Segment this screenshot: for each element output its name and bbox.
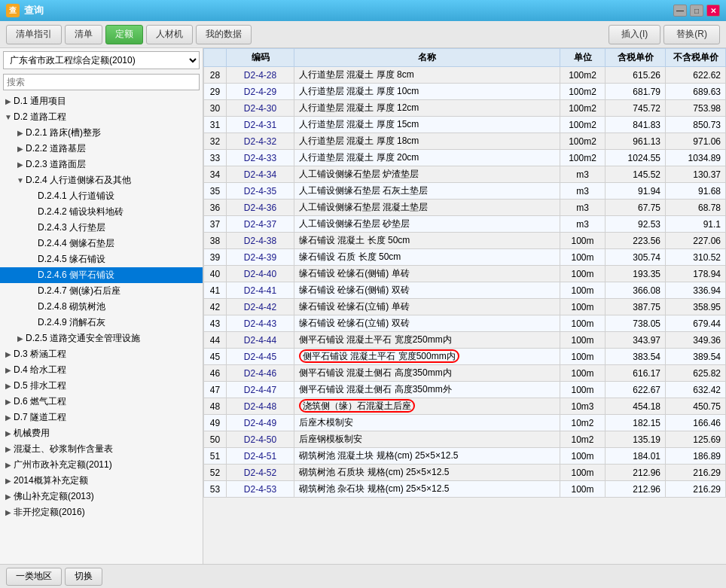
- btn-my-data[interactable]: 我的数据: [196, 25, 252, 44]
- cell-num: 42: [204, 299, 227, 315]
- col-price-notax: 不含税单价: [666, 49, 726, 67]
- tree-item[interactable]: ▶D.7 隧道工程: [0, 410, 203, 425]
- cell-name: 侧平石铺设 混凝土平石 宽度250mm内: [294, 332, 560, 349]
- table-row[interactable]: 47 D2-4-47 侧平石铺设 混凝土侧石 高度350mm外 100m 622…: [204, 382, 726, 398]
- btn-quota[interactable]: 定额: [105, 25, 143, 44]
- tree-item[interactable]: ▶D.2.5 道路交通安全管理设施: [0, 331, 203, 346]
- close-button[interactable]: ✕: [706, 5, 720, 17]
- maximize-button[interactable]: □: [690, 5, 703, 17]
- tree-item-label: 机械费用: [14, 427, 200, 440]
- table-row[interactable]: 42 D2-4-42 缘石铺设 砼缘石(立铺) 单砖 100m 387.75 3…: [204, 299, 726, 315]
- tree-item[interactable]: ▶非开挖定额(2016): [0, 504, 203, 520]
- cell-price-notax: 91.68: [666, 183, 726, 200]
- tree-item[interactable]: ▼D.2.4 人行道侧缘石及其他: [0, 172, 203, 188]
- tree-item[interactable]: D.2.4.5 缘石铺设: [0, 251, 203, 267]
- tree-toggle-icon: ▶: [15, 334, 26, 344]
- table-row[interactable]: 39 D2-4-39 缘石铺设 石质 长度 50cm 100m 305.74 3…: [204, 249, 726, 266]
- tree-item[interactable]: ▶D.1 通用项目: [0, 93, 203, 109]
- cell-code: D2-4-40: [227, 266, 294, 282]
- table-row[interactable]: 46 D2-4-46 侧平石铺设 混凝土侧石 高度350mm内 100m 616…: [204, 365, 726, 382]
- table-row[interactable]: 35 D2-4-35 人工铺设侧缘石垫层 石灰土垫层 m3 91.94 91.6…: [204, 183, 726, 200]
- col-name: 名称: [294, 49, 560, 67]
- table-row[interactable]: 44 D2-4-44 侧平石铺设 混凝土平石 宽度250mm内 100m 343…: [204, 332, 726, 349]
- table-row[interactable]: 53 D2-4-53 砌筑树池 杂石块 规格(cm) 25×5×12.5 100…: [204, 481, 726, 498]
- table-row[interactable]: 50 D2-4-50 后座钢模板制安 10m2 135.19 125.69: [204, 431, 726, 448]
- table-row[interactable]: 40 D2-4-40 缘石铺设 砼缘石(侧铺) 单砖 100m 193.35 1…: [204, 266, 726, 282]
- cell-code: D2-4-39: [227, 249, 294, 266]
- tree-item[interactable]: ▶混凝土、砂浆制作含量表: [0, 441, 203, 457]
- btn-labor-machine[interactable]: 人材机: [146, 25, 193, 44]
- cell-code: D2-4-49: [227, 415, 294, 431]
- tree-item[interactable]: D.2.4.6 侧平石铺设: [0, 267, 203, 283]
- table-row[interactable]: 48 D2-4-48 浇筑侧（缘）石混凝土后座 10m3 454.18 450.…: [204, 398, 726, 415]
- table-row[interactable]: 29 D2-4-29 人行道垫层 混凝土 厚度 10cm 100m2 681.7…: [204, 84, 726, 100]
- cell-unit: 100m2: [560, 133, 606, 150]
- tree-item[interactable]: D.2.4.4 侧缘石垫层: [0, 236, 203, 251]
- tree-item[interactable]: ▶佛山补充定额(2013): [0, 489, 203, 504]
- table-row[interactable]: 49 D2-4-49 后座木模制安 10m2 182.15 166.46: [204, 415, 726, 431]
- tree-item[interactable]: ▶D.5 排水工程: [0, 378, 203, 394]
- btn-region[interactable]: 一类地区: [6, 568, 62, 586]
- quota-dropdown[interactable]: 广东省市政工程综合定额(2010): [3, 51, 200, 69]
- tree-item[interactable]: ▶D.2.1 路床(槽)整形: [0, 125, 203, 141]
- tree-item-label: D.2.4.3 人行垫层: [38, 221, 200, 234]
- btn-clear-guide[interactable]: 清单指引: [6, 25, 62, 44]
- tree-item[interactable]: D.2.4.8 砌筑树池: [0, 299, 203, 315]
- tree-item[interactable]: D.2.4.3 人行垫层: [0, 220, 203, 236]
- table-row[interactable]: 51 D2-4-51 砌筑树池 混凝土块 规格(cm) 25×5×12.5 10…: [204, 448, 726, 465]
- tree-item[interactable]: D.2.4.9 消解石灰: [0, 315, 203, 331]
- tree-item[interactable]: ▶D.2.2 道路基层: [0, 141, 203, 157]
- tree-item[interactable]: D.2.4.7 侧(缘)石后座: [0, 283, 203, 299]
- search-input[interactable]: [3, 74, 200, 90]
- minimize-button[interactable]: —: [673, 5, 687, 17]
- cell-name: 侧平石铺设 混凝土侧石 高度350mm外: [294, 382, 560, 398]
- table-row[interactable]: 30 D2-4-30 人行道垫层 混凝土 厚度 12cm 100m2 745.7…: [204, 100, 726, 117]
- window-title: 查询: [24, 4, 673, 17]
- tree-item[interactable]: ▶机械费用: [0, 425, 203, 441]
- tree-item[interactable]: ▼D.2 道路工程: [0, 109, 203, 125]
- table-row[interactable]: 52 D2-4-52 砌筑树池 石质块 规格(cm) 25×5×12.5 100…: [204, 465, 726, 481]
- tree-item[interactable]: ▶D.6 燃气工程: [0, 394, 203, 410]
- table-row[interactable]: 33 D2-4-33 人行道垫层 混凝土 厚度 20cm 100m2 1024.…: [204, 150, 726, 166]
- col-price-tax: 含税单价: [606, 49, 666, 67]
- cell-num: 37: [204, 216, 227, 233]
- table-row[interactable]: 36 D2-4-36 人工铺设侧缘石垫层 混凝土垫层 m3 67.75 68.7…: [204, 200, 726, 216]
- tree-item[interactable]: ▶D.3 桥涵工程: [0, 346, 203, 362]
- col-num: [204, 49, 227, 67]
- table-row[interactable]: 37 D2-4-37 人工铺设侧缘石垫层 砂垫层 m3 92.53 91.1: [204, 216, 726, 233]
- btn-clear[interactable]: 清单: [65, 25, 102, 44]
- table-row[interactable]: 32 D2-4-32 人行道垫层 混凝土 厚度 18cm 100m2 961.1…: [204, 133, 726, 150]
- cell-unit: 100m2: [560, 150, 606, 166]
- tree-item[interactable]: ▶广州市政补充定额(2011): [0, 457, 203, 473]
- cell-price-tax: 745.72: [606, 100, 666, 117]
- tree-toggle-icon: ▶: [15, 128, 26, 139]
- table-row[interactable]: 41 D2-4-41 缘石铺设 砼缘石(侧铺) 双砖 100m 366.08 3…: [204, 282, 726, 299]
- table-row[interactable]: 38 D2-4-38 缘石铺设 混凝土 长度 50cm 100m 223.56 …: [204, 233, 726, 249]
- cell-price-notax: 625.82: [666, 365, 726, 382]
- cell-unit: 100m2: [560, 84, 606, 100]
- tree-item[interactable]: ▶2014概算补充定额: [0, 473, 203, 489]
- tree-item[interactable]: ▶D.2.3 道路面层: [0, 157, 203, 172]
- table-row[interactable]: 45 D2-4-45 侧平石铺设 混凝土平石 宽度500mm内 100m 383…: [204, 349, 726, 365]
- cell-name: 侧平石铺设 混凝土平石 宽度500mm内: [294, 349, 560, 365]
- tree-item[interactable]: ▶D.4 给水工程: [0, 362, 203, 378]
- cell-code: D2-4-35: [227, 183, 294, 200]
- tree-toggle-icon: ▶: [3, 365, 14, 376]
- btn-switch[interactable]: 切换: [65, 568, 102, 586]
- table-row[interactable]: 28 D2-4-28 人行道垫层 混凝土 厚度 8cm 100m2 615.26…: [204, 67, 726, 84]
- data-table-container[interactable]: 编码 名称 单位 含税单价 不含税单价 28 D2-4-28 人行道垫层 混凝土…: [203, 48, 726, 564]
- right-panel: 编码 名称 单位 含税单价 不含税单价 28 D2-4-28 人行道垫层 混凝土…: [203, 48, 726, 564]
- tree-item-label: D.4 给水工程: [14, 364, 200, 376]
- btn-insert[interactable]: 插入(I): [609, 25, 660, 44]
- tree-area: ▶D.1 通用项目▼D.2 道路工程▶D.2.1 路床(槽)整形▶D.2.2 道…: [0, 92, 203, 564]
- table-row[interactable]: 34 D2-4-34 人工铺设侧缘石垫层 炉渣垫层 m3 145.52 130.…: [204, 166, 726, 183]
- table-row[interactable]: 31 D2-4-31 人行道垫层 混凝土 厚度 15cm 100m2 841.8…: [204, 117, 726, 133]
- cell-unit: 100m: [560, 282, 606, 299]
- cell-price-notax: 68.78: [666, 200, 726, 216]
- tree-item[interactable]: D.2.4.1 人行道铺设: [0, 188, 203, 204]
- cell-unit: 100m2: [560, 117, 606, 133]
- table-row[interactable]: 43 D2-4-43 缘石铺设 砼缘石(立铺) 双砖 100m 738.05 6…: [204, 315, 726, 332]
- col-code: 编码: [227, 49, 294, 67]
- btn-replace[interactable]: 替换(R): [663, 25, 720, 44]
- tree-item[interactable]: D.2.4.2 铺设块料地砖: [0, 204, 203, 220]
